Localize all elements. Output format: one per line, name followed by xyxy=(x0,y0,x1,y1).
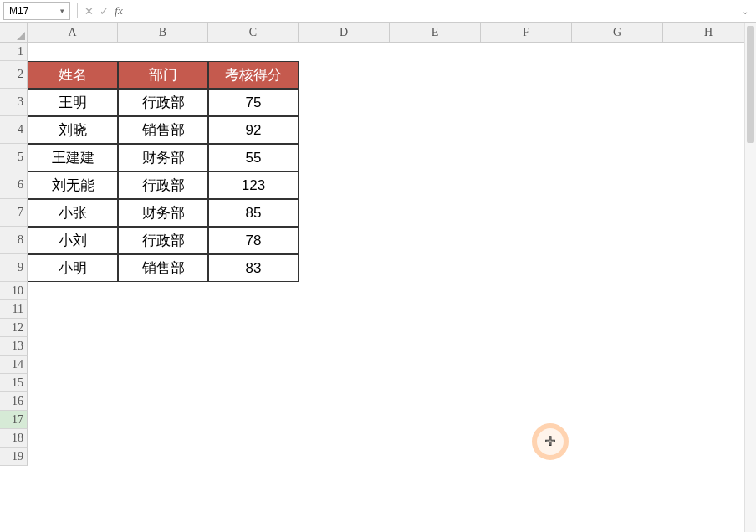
formula-input[interactable] xyxy=(126,2,738,20)
confirm-icon[interactable]: ✓ xyxy=(96,5,111,18)
row-header-4[interactable]: 4 xyxy=(0,116,28,144)
spreadsheet-grid: ABCDEFGH 12345678910111213141516171819 姓… xyxy=(0,23,756,466)
col-header-B[interactable]: B xyxy=(118,23,208,43)
vertical-scrollbar[interactable] xyxy=(744,23,756,532)
table-header-cell[interactable]: 考核得分 xyxy=(208,61,299,89)
table-cell[interactable]: 财务部 xyxy=(118,144,208,171)
row-header-11[interactable]: 11 xyxy=(0,300,28,319)
select-all-triangle[interactable] xyxy=(0,23,28,43)
row-header-12[interactable]: 12 xyxy=(0,319,28,337)
table-cell[interactable]: 75 xyxy=(208,89,299,116)
row-header-13[interactable]: 13 xyxy=(0,337,28,356)
row-header-17[interactable]: 17 xyxy=(0,411,28,429)
row-header-18[interactable]: 18 xyxy=(0,429,28,448)
divider xyxy=(77,3,78,18)
row-header-1[interactable]: 1 xyxy=(0,43,28,61)
row-header-8[interactable]: 8 xyxy=(0,227,28,254)
formula-bar: M17 ▾ ✕ ✓ fx ⌄ xyxy=(0,0,756,23)
table-cell[interactable]: 刘晓 xyxy=(28,116,118,144)
row-header-5[interactable]: 5 xyxy=(0,144,28,171)
table-cell[interactable]: 55 xyxy=(208,144,299,171)
table-cell[interactable]: 85 xyxy=(208,199,299,227)
row-header-6[interactable]: 6 xyxy=(0,171,28,199)
table-cell[interactable]: 王明 xyxy=(28,89,118,116)
col-header-F[interactable]: F xyxy=(481,23,572,43)
table-cell[interactable]: 83 xyxy=(208,254,299,282)
table-cell[interactable]: 小明 xyxy=(28,254,118,282)
col-header-H[interactable]: H xyxy=(663,23,754,43)
table-cell[interactable]: 行政部 xyxy=(118,171,208,199)
name-box[interactable]: M17 ▾ xyxy=(3,2,70,20)
table-cell[interactable]: 销售部 xyxy=(118,254,208,282)
table-cell[interactable]: 小刘 xyxy=(28,227,118,254)
col-header-G[interactable]: G xyxy=(572,23,663,43)
row-header-2[interactable]: 2 xyxy=(0,61,28,89)
table-cell[interactable]: 123 xyxy=(208,171,299,199)
cancel-icon[interactable]: ✕ xyxy=(81,5,96,18)
table-header-cell[interactable]: 姓名 xyxy=(28,61,118,89)
row-header-19[interactable]: 19 xyxy=(0,448,28,466)
chevron-down-icon[interactable]: ▾ xyxy=(60,7,64,15)
row-header-10[interactable]: 10 xyxy=(0,282,28,300)
table-cell[interactable]: 行政部 xyxy=(118,227,208,254)
table-cell[interactable]: 销售部 xyxy=(118,116,208,144)
col-header-C[interactable]: C xyxy=(208,23,299,43)
row-header-14[interactable]: 14 xyxy=(0,356,28,374)
row-header-16[interactable]: 16 xyxy=(0,392,28,411)
table-cell[interactable]: 刘无能 xyxy=(28,171,118,199)
column-headers: ABCDEFGH xyxy=(28,23,756,43)
table-cell[interactable]: 78 xyxy=(208,227,299,254)
cells-area[interactable]: 姓名部门考核得分王明行政部75刘晓销售部92王建建财务部55刘无能行政部123小… xyxy=(28,43,756,466)
expand-formula-bar-icon[interactable]: ⌄ xyxy=(738,7,753,16)
name-box-value: M17 xyxy=(9,5,28,17)
table-cell[interactable]: 财务部 xyxy=(118,199,208,227)
table-cell[interactable]: 王建建 xyxy=(28,144,118,171)
table-cell[interactable]: 小张 xyxy=(28,199,118,227)
scrollbar-thumb[interactable] xyxy=(747,26,754,143)
row-header-9[interactable]: 9 xyxy=(0,254,28,282)
col-header-E[interactable]: E xyxy=(390,23,481,43)
row-header-7[interactable]: 7 xyxy=(0,199,28,227)
row-headers: 12345678910111213141516171819 xyxy=(0,43,28,466)
fx-icon[interactable]: fx xyxy=(111,4,126,18)
table-cell[interactable]: 行政部 xyxy=(118,89,208,116)
col-header-D[interactable]: D xyxy=(299,23,390,43)
row-header-3[interactable]: 3 xyxy=(0,89,28,116)
col-header-A[interactable]: A xyxy=(28,23,118,43)
row-header-15[interactable]: 15 xyxy=(0,374,28,392)
table-cell[interactable]: 92 xyxy=(208,116,299,144)
table-header-cell[interactable]: 部门 xyxy=(118,61,208,89)
